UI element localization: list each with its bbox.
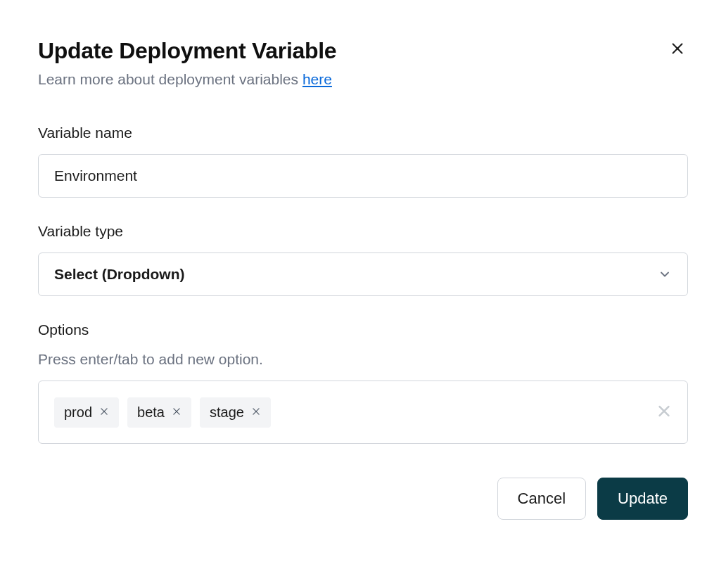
remove-tag-button[interactable]	[99, 407, 109, 418]
option-tag: beta	[127, 397, 191, 428]
close-icon	[172, 407, 182, 418]
variable-type-value: Select (Dropdown)	[54, 266, 185, 283]
variable-name-input[interactable]	[38, 154, 688, 198]
option-tag-label: prod	[64, 404, 92, 421]
clear-all-button[interactable]	[656, 404, 672, 421]
close-icon	[99, 407, 109, 418]
learn-more-link[interactable]: here	[302, 71, 332, 87]
options-label: Options	[38, 321, 688, 338]
remove-tag-button[interactable]	[172, 407, 182, 418]
options-helper-text: Press enter/tab to add new option.	[38, 351, 688, 368]
cancel-button[interactable]: Cancel	[497, 478, 586, 520]
subtitle-text: Learn more about deployment variables	[38, 71, 302, 87]
update-button[interactable]: Update	[597, 478, 688, 520]
remove-tag-button[interactable]	[251, 407, 261, 418]
variable-name-label: Variable name	[38, 124, 688, 141]
option-tag: stage	[200, 397, 271, 428]
variable-type-select[interactable]: Select (Dropdown)	[38, 253, 688, 296]
option-tag-label: beta	[137, 404, 165, 421]
close-icon	[656, 404, 672, 421]
close-icon	[670, 41, 685, 58]
chevron-down-icon	[658, 267, 672, 281]
close-button[interactable]	[667, 38, 688, 61]
options-tags-input[interactable]: prod beta stage	[38, 381, 688, 444]
option-tag-label: stage	[210, 404, 244, 421]
dialog-title: Update Deployment Variable	[38, 38, 336, 64]
dialog-subtitle: Learn more about deployment variables he…	[38, 71, 688, 88]
option-tag: prod	[54, 397, 119, 428]
variable-type-label: Variable type	[38, 223, 688, 240]
close-icon	[251, 407, 261, 418]
